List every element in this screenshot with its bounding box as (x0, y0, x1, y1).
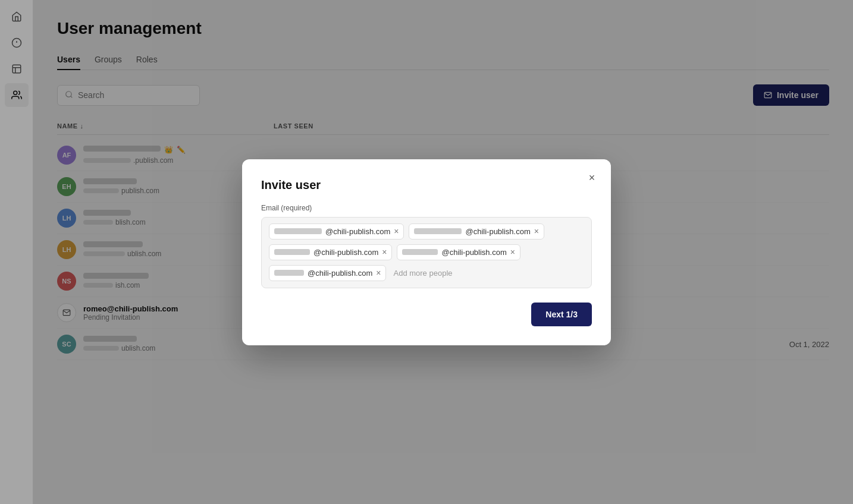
remove-tag-2[interactable]: × (534, 227, 539, 235)
email-blur (274, 249, 310, 255)
remove-tag-3[interactable]: × (382, 248, 387, 256)
modal-title: Invite user (261, 178, 592, 192)
remove-tag-4[interactable]: × (510, 248, 515, 256)
next-button[interactable]: Next 1/3 (531, 303, 592, 326)
remove-tag-5[interactable]: × (376, 269, 381, 277)
email-tag-4: @chili-publish.com × (397, 244, 520, 260)
email-tag-3: @chili-publish.com × (269, 244, 392, 260)
email-blur (274, 270, 304, 276)
email-blur (414, 228, 462, 234)
modal-footer: Next 1/3 (261, 303, 592, 326)
invite-user-modal: Invite user × Email (required) @chili-pu… (242, 159, 611, 345)
email-input-area[interactable]: @chili-publish.com × @chili-publish.com … (261, 217, 592, 288)
email-field-label: Email (required) (261, 204, 592, 212)
email-tag-2: @chili-publish.com × (409, 223, 544, 240)
add-more-placeholder[interactable]: Add more people (391, 265, 454, 281)
email-tag-1: @chili-publish.com × (269, 223, 404, 240)
email-blur (274, 228, 322, 234)
close-button[interactable]: × (582, 169, 601, 188)
email-blur (402, 249, 438, 255)
modal-overlay: Invite user × Email (required) @chili-pu… (0, 0, 853, 504)
email-tag-5: @chili-publish.com × (269, 265, 386, 281)
remove-tag-1[interactable]: × (394, 227, 399, 235)
